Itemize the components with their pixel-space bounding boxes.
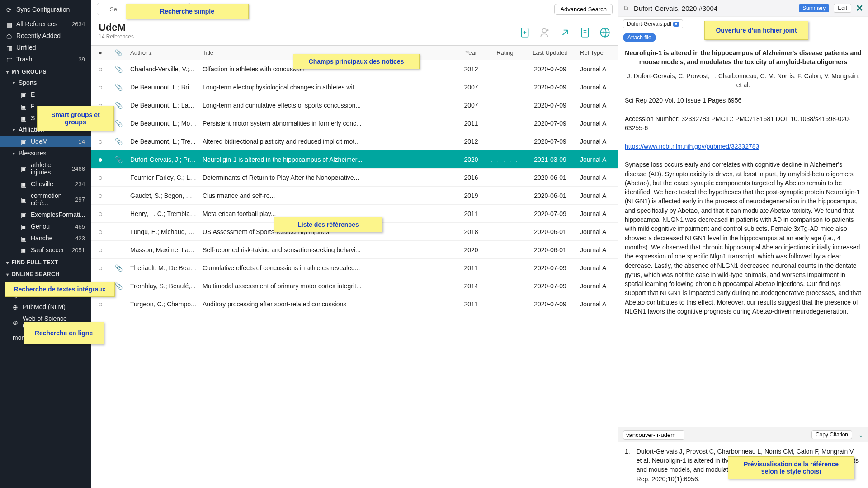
cell-author: De Beaumont, L.; Tre... — [127, 134, 200, 149]
table-row[interactable]: 📎De Beaumont, L.; Bris...Long-term elect… — [91, 78, 618, 96]
all-ref-label: All References — [16, 20, 57, 28]
table-row[interactable]: 📎Tremblay, S.; Beaulé,...Multimodal asse… — [91, 277, 618, 295]
table-row[interactable]: Gaudet, S.; Begon, M.;...Clus rmance and… — [91, 187, 618, 205]
col-rating[interactable]: Rating — [487, 46, 523, 60]
attachment-chip[interactable]: Dufort-Gervais.pdf▾ — [623, 19, 683, 28]
unread-dot-icon — [99, 86, 102, 89]
cell-updated: 2020-07-09 — [523, 297, 577, 311]
chevron-down-icon[interactable]: ⌄ — [859, 432, 863, 438]
share-icon[interactable] — [559, 27, 571, 40]
unread-dot-icon — [99, 68, 102, 71]
edit-tab[interactable]: Edit — [834, 4, 851, 13]
online-search-header[interactable]: ▾ONLINE SEARCH — [0, 267, 91, 279]
sort-asc-icon: ▲ — [148, 51, 152, 56]
group-icon: ▣ — [21, 223, 27, 230]
group-item[interactable]: ▣Cheville234 — [0, 178, 91, 190]
cell-author: Henry, L. C.; Tremblay,... — [127, 206, 200, 221]
table-row[interactable]: 📎Dufort-Gervais, J.; Pro...Neuroligin-1 … — [91, 150, 618, 169]
cell-type: Journal A — [577, 80, 618, 94]
cell-rating — [487, 84, 523, 91]
table-row[interactable]: Turgeon, C.; Champo...Auditory processin… — [91, 295, 618, 313]
table-row[interactable]: 📎De Beaumont, L.; Mon...Persistent motor… — [91, 114, 618, 132]
my-groups-header[interactable]: ▾MY GROUPS — [0, 65, 91, 77]
paperclip-icon: 📎 — [115, 282, 123, 290]
new-reference-icon[interactable] — [519, 27, 531, 40]
group-sports[interactable]: ▾Sports — [0, 77, 91, 89]
export-icon[interactable] — [579, 27, 591, 40]
cell-type: Journal A — [577, 62, 618, 76]
summary-tab[interactable]: Summary — [799, 4, 829, 12]
cell-updated: 2020-07-09 — [523, 206, 577, 221]
online-icon[interactable] — [599, 27, 611, 40]
unread-dot-icon — [99, 158, 102, 162]
cell-rating — [487, 174, 523, 181]
group-udem[interactable]: ▣UdeM14 — [0, 136, 91, 147]
cell-year: 2020 — [455, 152, 487, 167]
advanced-search-button[interactable]: Advanced Search — [554, 4, 613, 15]
col-unread[interactable]: ● — [91, 46, 109, 60]
all-references[interactable]: ▤ All References 2634 — [0, 18, 91, 30]
group-blessures[interactable]: ▾Blessures — [0, 147, 91, 159]
cell-title: Long-term and cumulative effects of spor… — [200, 98, 455, 113]
paperclip-icon: 📎 — [115, 84, 123, 91]
col-updated[interactable]: Last Updated — [523, 46, 577, 60]
callout-search: Recherche simple — [126, 4, 249, 19]
table-row[interactable]: 📎Theriault, M.; De Beau...Cumulative eff… — [91, 259, 618, 277]
col-attachment[interactable]: 📎 — [109, 46, 127, 60]
find-fulltext-header[interactable]: ▾FIND FULL TEXT — [0, 256, 91, 267]
col-year[interactable]: Year — [455, 46, 487, 60]
unread-dot-icon — [99, 303, 102, 306]
detail-body: Neuroligin-1 is altered in the hippocamp… — [618, 46, 868, 427]
copy-citation-button[interactable]: Copy Citation — [811, 430, 852, 439]
cit-number: 1. — [625, 447, 630, 483]
sync-config[interactable]: ⟳ Sync Configuration — [0, 4, 91, 15]
group-item[interactable]: ▣Sauf soccer2051 — [0, 244, 91, 256]
cell-year: 2007 — [455, 80, 487, 94]
col-type[interactable]: Ref Type — [577, 46, 618, 60]
cell-type: Journal A — [577, 152, 618, 167]
add-member-icon[interactable] — [539, 27, 551, 40]
trash-count: 39 — [79, 56, 85, 63]
cell-updated: 2020-07-09 — [523, 62, 577, 76]
online-source[interactable]: ⊕PubMed (NLM) — [0, 301, 91, 313]
trash[interactable]: 🗑 Trash 39 — [0, 53, 91, 65]
group-item[interactable]: ▣athletic injuries2466 — [0, 159, 91, 178]
cell-author: Dufort-Gervais, J.; Pro... — [127, 152, 200, 167]
reference-list: 📎Charland-Verville, V.;...Olfaction in a… — [91, 60, 618, 488]
group-item[interactable]: ▣Genou465 — [0, 221, 91, 232]
paperclip-icon: 📎 — [115, 156, 123, 163]
group-item[interactable]: ▣Hanche423 — [0, 232, 91, 244]
cell-year: 2019 — [455, 188, 487, 203]
col-author[interactable]: Author▲ — [127, 46, 200, 60]
chevron-down-icon[interactable]: ▾ — [673, 22, 679, 27]
ref-authors: J. Dufort-Gervais, C. Provost, L. Charbo… — [625, 71, 862, 90]
cell-updated: 2020-06-01 — [523, 243, 577, 257]
group-sports-item[interactable]: ▣E — [0, 89, 91, 100]
recently-added[interactable]: ◷ Recently Added — [0, 30, 91, 42]
unread-dot-icon — [99, 140, 102, 144]
ref-title: Neuroligin-1 is altered in the hippocamp… — [625, 48, 862, 67]
cell-type: Journal A — [577, 206, 618, 221]
ref-url[interactable]: https://www.ncbi.nlm.nih.gov/pubmed/3233… — [625, 143, 759, 150]
citation-style-select[interactable]: vancouver-fr-udem — [623, 430, 684, 440]
unfiled[interactable]: ▥ Unfiled — [0, 42, 91, 53]
cell-rating — [487, 66, 523, 73]
cell-updated: 2020-07-09 — [523, 134, 577, 149]
close-icon[interactable]: ✕ — [856, 3, 863, 14]
main-panel: 🔍 Advanced Search UdeM 14 References ● 📎… — [91, 0, 618, 488]
table-row[interactable]: Fournier-Farley, C.; La...Determinants o… — [91, 169, 618, 187]
table-row[interactable]: 📎De Beaumont, L.; Tre...Altered bidirect… — [91, 132, 618, 150]
attach-file-button[interactable]: Attach file — [623, 33, 656, 42]
group-item[interactable]: ▣ExemplesFormati... — [0, 209, 91, 221]
document-icon: 🗎 — [623, 5, 629, 12]
table-row[interactable]: Masson, Maxime; Lam...Self-reported risk… — [91, 241, 618, 259]
chevron-down-icon: ▾ — [6, 70, 9, 75]
group-header: UdeM 14 References — [91, 18, 618, 45]
table-row[interactable]: 📎De Beaumont, L.; Lass...Long-term and c… — [91, 96, 618, 114]
callout-fields: Champs principaux des notices — [293, 54, 420, 69]
globe-icon: ⊕ — [13, 304, 19, 310]
trash-label: Trash — [16, 56, 32, 63]
group-item[interactable]: ▣commotion céré...297 — [0, 190, 91, 209]
unread-dot-icon — [99, 194, 102, 198]
detail-title: Dufort-Gervais, 2020 #3004 — [634, 5, 794, 12]
